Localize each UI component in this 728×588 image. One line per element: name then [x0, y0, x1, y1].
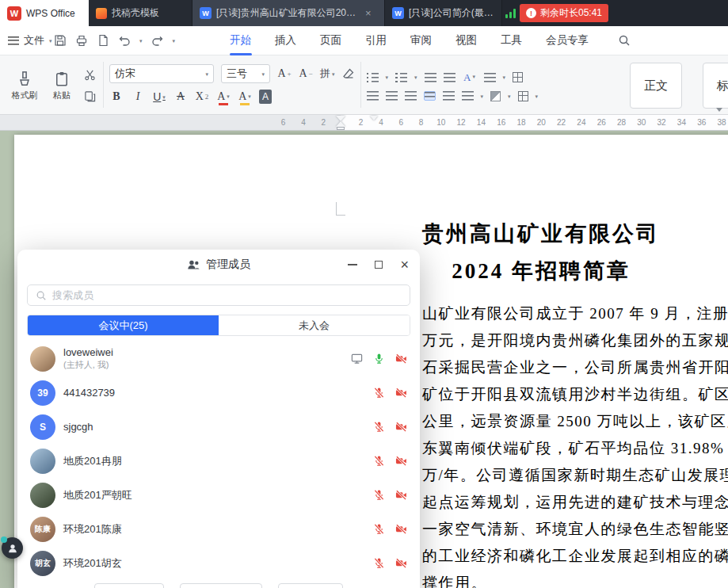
highlight-color-button[interactable]: A▾: [238, 88, 252, 105]
bold-button[interactable]: B: [109, 88, 124, 105]
tab-template-store[interactable]: 找稿壳模板: [89, 0, 192, 26]
mic-off-icon[interactable]: [373, 557, 385, 569]
borders-dropdown-icon[interactable]: ▾: [536, 94, 539, 99]
copy-icon[interactable]: [84, 90, 96, 102]
shading-color-button[interactable]: [490, 91, 501, 101]
camera-off-icon[interactable]: [395, 489, 407, 501]
numbered-list-button[interactable]: [395, 73, 407, 82]
close-icon[interactable]: ×: [400, 258, 409, 272]
search-icon[interactable]: [618, 34, 631, 47]
align-right-button[interactable]: [405, 91, 417, 101]
screen-share-icon[interactable]: [351, 353, 363, 365]
align-left-button[interactable]: [367, 91, 379, 101]
indent-box-marker[interactable]: [337, 127, 345, 130]
first-line-indent-marker[interactable]: [370, 116, 378, 120]
minimize-icon[interactable]: [348, 264, 357, 265]
camera-off-icon[interactable]: [395, 387, 407, 399]
dialog-footer-button-3[interactable]: [278, 583, 343, 588]
superscript-button[interactable]: X2: [195, 88, 209, 105]
file-menu[interactable]: 文件 ▾: [8, 26, 52, 55]
increase-indent-button[interactable]: [444, 73, 455, 82]
member-search-input[interactable]: 搜索成员: [27, 284, 410, 306]
numbered-list-dropdown-icon[interactable]: ▾: [414, 74, 417, 80]
strikethrough-button[interactable]: A: [173, 88, 188, 105]
mic-off-icon[interactable]: [373, 489, 385, 501]
member-row[interactable]: S sjgcgh: [17, 410, 420, 444]
tab-view[interactable]: 视图: [454, 25, 478, 55]
mic-on-icon[interactable]: [373, 353, 385, 365]
camera-off-icon[interactable]: [395, 353, 407, 365]
hanging-indent-marker[interactable]: [336, 116, 345, 121]
tab-in-meeting[interactable]: 会议中(25): [28, 315, 219, 335]
tab-not-joined[interactable]: 未入会: [219, 315, 410, 335]
mic-off-icon[interactable]: [373, 421, 385, 433]
style-normal[interactable]: 正文: [630, 63, 682, 109]
member-row[interactable]: 胡玄 环境201胡玄: [17, 546, 420, 580]
pinyin-guide-button[interactable]: 拼▾: [320, 65, 335, 82]
tab-membership[interactable]: 会员专享: [544, 25, 590, 55]
print-preview-icon[interactable]: [97, 34, 109, 47]
close-tab-icon[interactable]: ×: [365, 7, 372, 19]
tab-page[interactable]: 页面: [318, 25, 343, 55]
clear-format-eraser-icon[interactable]: [342, 67, 355, 80]
left-indent-marker[interactable]: [336, 121, 345, 127]
redo-dropdown-icon[interactable]: ▾: [173, 38, 176, 44]
bullet-list-dropdown-icon[interactable]: ▾: [386, 74, 389, 80]
redo-icon[interactable]: [151, 34, 164, 47]
member-row[interactable]: loveweiwei (主持人, 我): [17, 342, 420, 376]
font-color-button[interactable]: A▾: [216, 88, 231, 105]
camera-off-icon[interactable]: [395, 455, 407, 467]
grow-font-button[interactable]: A+: [277, 65, 292, 82]
camera-off-icon[interactable]: [395, 421, 407, 433]
text-effects-button[interactable]: A▾: [463, 69, 477, 86]
member-row[interactable]: 39 441432739: [17, 376, 420, 410]
font-name-select[interactable]: 仿宋 ▾: [109, 64, 214, 83]
line-spacing-dropdown-icon[interactable]: ▾: [481, 94, 484, 99]
member-row[interactable]: 地质201严朝旺: [17, 478, 420, 512]
meeting-float-widget[interactable]: [2, 537, 23, 559]
align-justify-button[interactable]: [424, 91, 436, 101]
tab-start[interactable]: 开始: [228, 25, 253, 55]
dialog-footer-button-1[interactable]: [94, 583, 164, 588]
text-direction-button[interactable]: [484, 73, 496, 82]
print-icon[interactable]: [75, 34, 88, 47]
style-heading[interactable]: 标题: [703, 63, 728, 109]
underline-button[interactable]: U▾: [152, 88, 166, 105]
decrease-indent-button[interactable]: [425, 73, 436, 82]
tab-review[interactable]: 审阅: [409, 25, 433, 55]
insert-table-icon[interactable]: [513, 72, 523, 82]
tab-document-active[interactable]: W [只读]贵州高山矿业有限公司2024... ×: [192, 0, 385, 26]
dialog-footer-button-2[interactable]: [180, 583, 262, 588]
shading-dropdown-icon[interactable]: ▾: [508, 94, 511, 99]
text-direction-dropdown-icon[interactable]: ▾: [503, 74, 506, 80]
horizontal-ruler[interactable]: 642 2468101214161820222426283032343638: [0, 115, 728, 131]
camera-off-icon[interactable]: [395, 557, 407, 569]
member-row[interactable]: 地质201冉朋: [17, 444, 420, 478]
member-row[interactable]: 陈康 环境201陈康: [17, 512, 420, 546]
borders-button[interactable]: [518, 91, 528, 101]
font-size-select[interactable]: 三号 ▾: [221, 64, 270, 83]
paste-button[interactable]: 粘贴: [45, 60, 78, 111]
save-icon[interactable]: [54, 34, 67, 47]
undo-dropdown-icon[interactable]: ▾: [139, 38, 143, 44]
mic-off-icon[interactable]: [373, 387, 385, 399]
camera-off-icon[interactable]: [395, 523, 407, 535]
maximize-icon[interactable]: [375, 261, 383, 269]
line-spacing-button[interactable]: [462, 91, 474, 101]
bullet-list-button[interactable]: [367, 73, 379, 82]
tab-tools[interactable]: 工具: [499, 25, 524, 55]
cut-icon[interactable]: [84, 69, 96, 81]
mic-off-icon[interactable]: [373, 455, 385, 467]
tab-document-2[interactable]: W [只读]公司简介(最终)...: [385, 0, 502, 26]
italic-button[interactable]: I: [131, 88, 145, 105]
shrink-font-button[interactable]: A−: [299, 65, 313, 82]
tab-reference[interactable]: 引用: [364, 25, 388, 55]
format-painter-button[interactable]: 格式刷: [8, 60, 41, 111]
mic-off-icon[interactable]: [373, 523, 385, 535]
tab-insert[interactable]: 插入: [273, 25, 298, 55]
undo-icon[interactable]: [118, 34, 131, 47]
dialog-titlebar[interactable]: 管理成员 ×: [17, 250, 420, 280]
character-shading-button[interactable]: A: [259, 90, 272, 104]
tab-wps-home[interactable]: W WPS Office: [0, 0, 89, 26]
align-center-button[interactable]: [386, 91, 398, 101]
